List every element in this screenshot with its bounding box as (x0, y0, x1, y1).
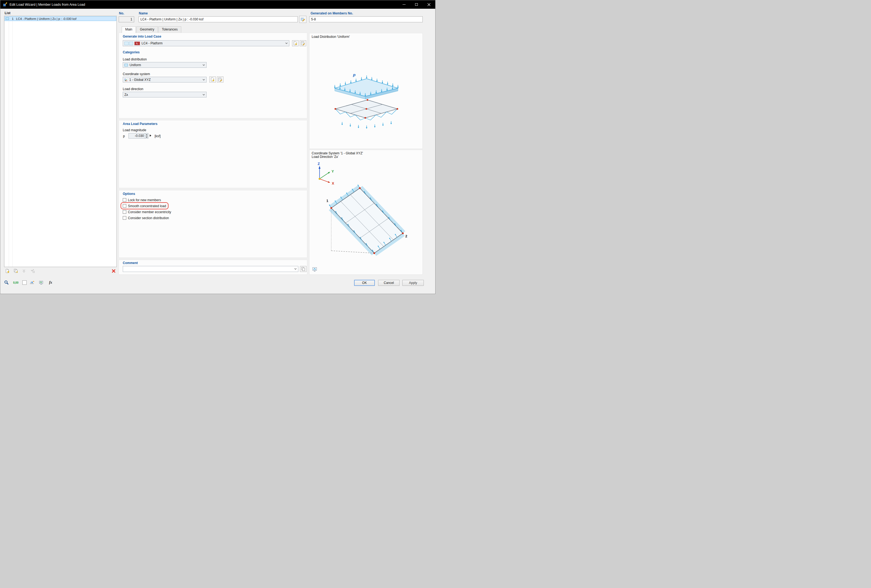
list-toolbar (4, 268, 117, 274)
apply-button[interactable]: Apply (402, 280, 424, 286)
spin-down-button[interactable] (145, 136, 148, 138)
new-coordinate-system-button[interactable] (209, 76, 216, 82)
load-distribution-preview: Load Distribution 'Uniform' p (309, 33, 423, 149)
blank-panel-icon (22, 280, 27, 285)
coordinate-system-select[interactable]: 1 - Global XYZ (123, 77, 207, 82)
categories-section-title: Categories (123, 50, 140, 54)
copy-icon (301, 267, 305, 271)
down-arrow-icon (146, 137, 148, 138)
delete-icon (112, 269, 116, 273)
chevron-down-icon (202, 94, 205, 96)
tab-main[interactable]: Main (122, 26, 136, 33)
cancel-button[interactable]: Cancel (378, 280, 400, 286)
edit-load-cases-button[interactable] (300, 40, 306, 46)
load-magnitude-label: Load magnitude (123, 128, 146, 132)
close-icon (427, 3, 431, 6)
find-button[interactable] (3, 279, 10, 286)
maximize-button[interactable] (410, 0, 423, 9)
new-load-button[interactable] (4, 268, 10, 274)
section-comment: Comment (119, 260, 307, 275)
cs-title-line2: Load Direction 'Zᴀ' (312, 155, 338, 159)
load-case-color-swatch (129, 42, 133, 45)
delete-load-button[interactable] (110, 268, 117, 274)
formula-button[interactable]: fx (47, 279, 54, 286)
comment-input[interactable] (123, 266, 298, 272)
load-direction-select[interactable]: Zᴀ (123, 92, 207, 97)
section-area-load-parameters: Area Load Parameters Load magnitude p -0… (119, 120, 307, 188)
new-icon (293, 41, 298, 45)
selection-box-icon (30, 269, 35, 273)
title-bar: Edit Load Wizard | Member Loads from Are… (0, 0, 435, 9)
generated-members-label: Generated on Members No. (311, 12, 353, 15)
axes-icon (124, 78, 128, 81)
minimize-button[interactable] (398, 0, 410, 9)
cs-title-line1: Coordinate System '1 - Global XYZ' (312, 151, 363, 155)
color-scheme-button[interactable] (21, 279, 28, 286)
name-input[interactable]: LC4 - Platform | Uniform | Zᴀ | p : -0.0… (139, 16, 298, 22)
option-label: Consider member eccentricity (128, 210, 171, 214)
load-case-section-title: Generate into Load Case (123, 34, 161, 38)
load-case-value: LC4 - Platform (142, 41, 163, 45)
tab-strip: Main Geometry Tolerances (119, 26, 182, 33)
p-load-label: p (353, 72, 355, 77)
option-row: Lock for new members (123, 197, 161, 202)
list-item[interactable]: 1 LC4 - Platform | Uniform | Zᴀ | p : -0… (4, 16, 116, 21)
render-icon (39, 280, 44, 285)
generated-members-field[interactable]: 5-8 (309, 16, 423, 22)
no-label: No. (119, 12, 124, 15)
top-plate (335, 79, 398, 99)
chevron-down-icon (202, 79, 205, 81)
coordinate-system-diagram: 1 2 Z Y X (310, 160, 422, 269)
edit-coordinate-systems-button[interactable] (217, 76, 223, 82)
node-2-label: 2 (405, 234, 407, 238)
consider-member-eccentricity-checkbox[interactable] (123, 210, 126, 214)
load-direction-value: Zᴀ (124, 93, 128, 97)
consider-section-distribution-checkbox[interactable] (123, 216, 126, 220)
pencil-icon (301, 17, 305, 21)
lock-for-new-members-checkbox[interactable] (123, 198, 126, 202)
dialog-window: Edit Load Wizard | Member Loads from Are… (0, 0, 436, 294)
mark-loads-button[interactable] (21, 268, 27, 274)
load-direction-label: Load direction (123, 87, 143, 91)
new-icon (210, 77, 215, 82)
function-icon: fx (49, 280, 52, 285)
p-value-input[interactable]: -0.030 (129, 133, 148, 139)
p-value: -0.030 (129, 133, 145, 138)
option-row: Consider section distribution (123, 215, 169, 220)
load-case-select[interactable]: L LC4 - Platform (123, 40, 289, 46)
parameter-detail-button[interactable] (150, 135, 151, 137)
new-icon (5, 269, 10, 273)
edit-name-button[interactable] (299, 16, 307, 23)
tab-geometry[interactable]: Geometry (136, 26, 158, 33)
load-case-color-swatch (124, 42, 129, 45)
unmark-loads-button[interactable] (29, 268, 36, 274)
axis-x-label: X (332, 181, 334, 186)
app-icon (3, 2, 7, 7)
copy-load-button[interactable] (12, 268, 19, 274)
load-list[interactable]: 1 LC4 - Platform | Uniform | Zᴀ | p : -0… (4, 16, 117, 267)
load-distribution-value: Uniform (130, 63, 141, 67)
chevron-down-icon (285, 42, 288, 44)
section-load-case: Generate into Load Case L LC4 - Platform (119, 33, 307, 118)
dimensions-button[interactable] (28, 279, 36, 286)
maximize-icon (415, 3, 418, 6)
up-arrow-icon (146, 134, 148, 135)
ok-button[interactable]: OK (354, 280, 375, 286)
spin-up-button[interactable] (145, 133, 148, 136)
close-button[interactable] (423, 0, 435, 9)
axes-triad (319, 166, 331, 183)
copy-comment-button[interactable] (300, 266, 307, 272)
dimension-icon (29, 280, 35, 285)
list-item-label: LC4 - Platform | Uniform | Zᴀ | p : -0.0… (16, 17, 76, 20)
main-form: No. 1 Name LC4 - Platform | Uniform | Zᴀ… (119, 11, 307, 275)
load-distribution-select[interactable]: Uniform (123, 62, 207, 68)
double-chevron-down-icon (22, 269, 26, 273)
view-options-button[interactable] (312, 266, 318, 272)
tab-tolerances[interactable]: Tolerances (159, 26, 181, 33)
rendering-button[interactable] (38, 279, 45, 286)
option-label: Consider section distribution (128, 216, 169, 220)
number-format-button[interactable]: 0,00 (12, 279, 19, 286)
list-panel: List 1 LC4 - Platform | Uniform | Zᴀ | p… (4, 11, 117, 275)
coordinate-system-label: Coordinate system (123, 72, 150, 76)
new-load-case-button[interactable] (292, 40, 299, 46)
